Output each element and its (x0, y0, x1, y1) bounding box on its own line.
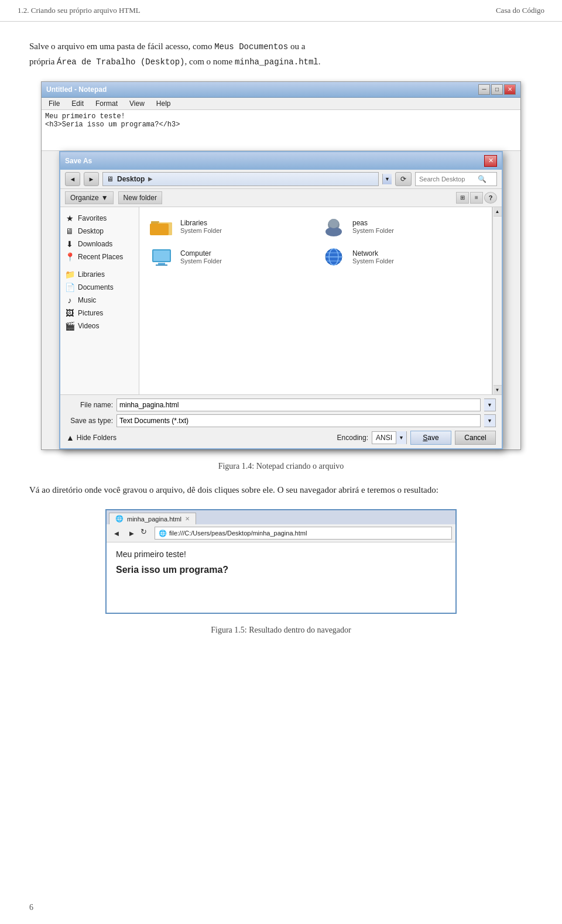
intro-text-3: própria (29, 57, 57, 66)
browser-back-button[interactable]: ◄ (110, 527, 123, 539)
svg-rect-8 (153, 250, 170, 261)
documents-icon: 📄 (65, 283, 74, 292)
filename-dropdown-button[interactable]: ▼ (484, 399, 496, 411)
browser-address-bar[interactable]: 🌐 file:///C:/Users/peas/Desktop/minha_pa… (155, 527, 452, 540)
sidebar-item-downloads[interactable]: ⬇ Downloads (60, 238, 139, 250)
filename-input[interactable] (116, 399, 481, 411)
browser-address-text: file:///C:/Users/peas/Desktop/minha_pagi… (169, 530, 307, 537)
notepad-close-button[interactable]: ✕ (504, 84, 516, 95)
search-bar[interactable]: 🔍 (415, 172, 497, 186)
folder-libraries[interactable]: Libraries System Folder (145, 213, 314, 240)
brand-label: Casa do Código (496, 6, 544, 15)
browser-content-area: Meu primeiro teste! Seria isso um progra… (107, 542, 455, 613)
view-list-button[interactable]: ≡ (470, 192, 483, 204)
notepad-menu-format[interactable]: Format (93, 99, 120, 108)
sidebar-pictures-label: Pictures (78, 309, 103, 317)
chevron-up-icon: ▲ (66, 433, 74, 442)
folder-peas-info: peas System Folder (352, 219, 394, 234)
notepad-menubar: File Edit Format View Help (42, 98, 520, 110)
sidebar-recent-places-label: Recent Places (78, 253, 123, 261)
filename-label: File name: (66, 401, 113, 409)
view-buttons: ⊞ ≡ ? (456, 192, 497, 204)
search-input[interactable] (419, 176, 478, 183)
organize-button[interactable]: Organize ▼ (65, 191, 114, 204)
back-button[interactable]: ◄ (65, 172, 80, 186)
refresh-button[interactable]: ⟳ (395, 172, 412, 186)
browser-tab-close-button[interactable]: ✕ (185, 516, 190, 522)
filetype-input[interactable] (116, 414, 481, 427)
intro-paragraph: Salve o arquivo em uma pasta de fácil ac… (29, 39, 533, 70)
help-button[interactable]: ? (484, 192, 497, 204)
filetype-dropdown-button[interactable]: ▼ (484, 414, 496, 427)
sidebar-item-desktop[interactable]: 🖥 Desktop (60, 225, 139, 238)
sidebar-downloads-label: Downloads (78, 240, 112, 248)
scroll-down-button[interactable]: ▼ (494, 385, 502, 394)
folder-network[interactable]: Network System Folder (317, 243, 486, 270)
notepad-minimize-button[interactable]: ─ (478, 84, 490, 95)
folder-network-icon (320, 246, 348, 268)
location-dropdown-button[interactable]: ▼ (382, 174, 392, 184)
sidebar-item-documents[interactable]: 📄 Documents (60, 281, 139, 294)
saveas-scrollbar[interactable]: ▲ ▼ (492, 207, 502, 394)
encoding-value: ANSI (372, 434, 396, 442)
notepad-menu-edit[interactable]: Edit (69, 99, 86, 108)
notepad-text-area[interactable]: Meu primeiro teste! <h3>Seria isso um pr… (42, 110, 520, 151)
saveas-sidebar: ★ Favorites 🖥 Desktop ⬇ Downloads 📍 (60, 207, 139, 394)
organize-dropdown-icon: ▼ (101, 194, 108, 202)
location-bar[interactable]: 🖥 Desktop ▶ (102, 172, 379, 186)
folder-computer-info: Computer System Folder (180, 249, 222, 265)
location-text: Desktop (117, 175, 145, 183)
encoding-area: Encoding: ANSI ▼ Save Cancel (337, 431, 496, 445)
hide-folders-button[interactable]: ▲ Hide Folders (66, 433, 116, 442)
sidebar-music-label: Music (78, 296, 96, 304)
folder-network-type: System Folder (352, 257, 394, 265)
folder-peas[interactable]: peas System Folder (317, 213, 486, 240)
page-number: 6 (29, 903, 33, 912)
encoding-dropdown[interactable]: ANSI ▼ (372, 431, 407, 444)
browser-tab-active[interactable]: 🌐 minha_pagina.html ✕ (109, 513, 196, 524)
new-folder-button[interactable]: New folder (118, 191, 162, 204)
cancel-label: Cancel (464, 434, 486, 442)
sidebar-item-favorites-header: ★ Favorites (60, 212, 139, 225)
save-button[interactable]: Save (410, 431, 451, 445)
folder-computer-icon (148, 246, 176, 268)
saveas-close-button[interactable]: ✕ (484, 155, 497, 167)
browser-refresh-button[interactable]: ↻ (140, 527, 152, 539)
browser-tab-bar: 🌐 minha_pagina.html ✕ (107, 510, 455, 524)
folder-computer-type: System Folder (180, 257, 222, 265)
cancel-button[interactable]: Cancel (455, 431, 496, 445)
browser-forward-button[interactable]: ► (125, 527, 138, 539)
sidebar-item-videos[interactable]: 🎬 Videos (60, 320, 139, 332)
notepad-menu-help[interactable]: Help (154, 99, 173, 108)
folder-peas-icon (320, 215, 348, 238)
notepad-restore-button[interactable]: □ (491, 84, 503, 95)
sidebar-item-pictures[interactable]: 🖼 Pictures (60, 307, 139, 320)
encoding-label: Encoding: (337, 434, 368, 442)
folder-libraries-icon (148, 215, 176, 238)
body-paragraph: Vá ao diretório onde você gravou o arqui… (29, 483, 533, 498)
figure2-caption: Figura 1.5: Resultado dentro do navegado… (29, 626, 533, 635)
saveas-titlebar: Save As ✕ (60, 152, 502, 170)
sidebar-videos-label: Videos (78, 322, 99, 330)
filetype-label: Save as type: (66, 417, 113, 425)
videos-icon: 🎬 (65, 321, 74, 331)
view-toggle-button[interactable]: ⊞ (456, 192, 469, 204)
folder-libraries-info: Libraries System Folder (180, 219, 222, 234)
sidebar-item-libraries-header: 📁 Libraries (60, 268, 139, 281)
notepad-title: Untitled - Notepad (46, 85, 107, 94)
intro-text-5: . (318, 57, 321, 66)
scroll-up-button[interactable]: ▲ (494, 207, 502, 217)
notepad-content-line2: <h3>Seria isso um programa?</h3> (45, 121, 517, 129)
encoding-arrow-icon[interactable]: ▼ (396, 431, 406, 444)
notepad-menu-view[interactable]: View (127, 99, 147, 108)
sidebar-item-music[interactable]: ♪ Music (60, 294, 139, 307)
notepad-menu-file[interactable]: File (46, 99, 62, 108)
sidebar-item-recent-places[interactable]: 📍 Recent Places (60, 250, 139, 263)
sidebar-favorites-label: Favorites (78, 214, 107, 222)
folder-computer[interactable]: Computer System Folder (145, 243, 314, 270)
sidebar-separator-1 (60, 263, 139, 268)
filename-row: File name: ▼ (66, 399, 496, 411)
sidebar-documents-label: Documents (78, 283, 114, 291)
organize-label: Organize (70, 194, 99, 202)
forward-button[interactable]: ► (84, 172, 99, 186)
